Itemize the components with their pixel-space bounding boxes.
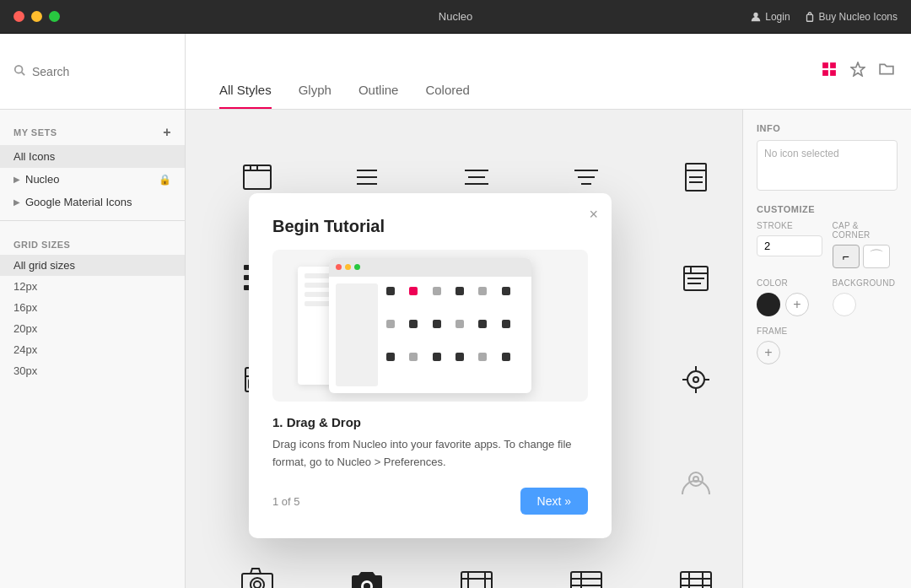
modal-step: 1. Drag & Drop [272,415,588,429]
right-panel: INFO No icon selected CUSTOMIZE STROKE C… [742,110,911,588]
arrow-icon: ▶ [13,175,20,184]
tutorial-modal: × Begin Tutorial [249,193,612,539]
modal-next-button[interactable]: Next » [520,488,588,515]
no-icon-text: No icon selected [764,148,839,159]
sidebar: MY SETS + All Icons ▶ Nucleo 🔒 ▶ Google … [0,110,186,588]
modal-illustration [272,250,588,402]
tabs-area: All Styles Glyph Outline Colored [186,34,805,109]
icon-cell[interactable] [641,127,742,228]
color-row: COLOR + BACKGROUND [757,278,898,316]
arrow-icon: ▶ [13,197,20,207]
cap-corner-label: CAP & CORNER [833,221,898,240]
grid-item-all[interactable]: All grid sizes [0,255,185,276]
sidebar-item-google-material[interactable]: ▶ Google Material Icons [0,191,185,213]
star-icon[interactable] [850,62,865,81]
icon-cell[interactable] [641,531,742,588]
info-box: No icon selected [757,140,898,191]
content: MY SETS + All Icons ▶ Nucleo 🔒 ▶ Google … [0,110,911,588]
customize-section: CUSTOMIZE STROKE CAP & CORNER ⌐ ⌒ [757,204,898,364]
grid-section: GRID SIZES All grid sizes 12px 16px 20px… [0,228,185,388]
background-label: BACKGROUND [833,278,898,288]
my-sets-label: MY SETS [13,127,57,138]
titlebar-actions: Login Buy Nucleo Icons [750,11,898,23]
grid-view-icon[interactable] [822,62,837,81]
ill-browser [329,258,531,393]
svg-point-2 [15,66,23,73]
maximize-button[interactable] [49,11,60,22]
sidebar-divider [0,220,185,221]
close-button[interactable] [13,11,24,22]
tab-glyph[interactable]: Glyph [299,83,332,109]
svg-rect-4 [822,62,828,68]
folder-icon[interactable] [879,62,894,81]
stroke-label: STROKE [757,221,822,230]
svg-point-55 [254,581,261,588]
svg-point-46 [693,377,698,382]
icon-cell[interactable] [641,228,742,329]
cap-square-button[interactable]: ⌐ [833,245,860,268]
icon-cell[interactable] [641,430,742,531]
cap-round-button[interactable]: ⌒ [863,245,890,268]
tab-all-styles[interactable]: All Styles [219,83,272,109]
icon-cell[interactable] [312,531,422,588]
svg-point-0 [754,12,758,16]
color-add-button[interactable]: + [785,293,809,316]
person-icon [750,11,762,23]
modal-description: Drag icons from Nucleo into your favorit… [272,436,588,472]
search-input[interactable] [32,65,167,78]
modal-counter: 1 of 5 [272,495,300,508]
icon-cell[interactable] [641,329,742,430]
tab-outline[interactable]: Outline [358,83,399,109]
icon-cell[interactable] [531,531,641,588]
search-icon [13,64,25,78]
info-title: INFO [757,123,898,133]
topbar-view-icons [805,34,911,109]
titlebar: Nucleo Login Buy Nucleo Icons [0,0,911,34]
grid-item-24px[interactable]: 24px [0,339,185,360]
color-swatch-white[interactable] [833,293,856,316]
grid-sizes-label: GRID SIZES [0,235,185,255]
login-action[interactable]: Login [750,11,790,23]
frame-section: FRAME + [757,326,898,364]
svg-rect-6 [822,70,828,76]
color-swatch-black[interactable] [757,293,780,316]
grid-item-30px[interactable]: 30px [0,360,185,381]
frame-label: FRAME [757,326,898,336]
main-icon-area: × Begin Tutorial [186,110,742,588]
svg-rect-58 [461,572,492,588]
svg-point-45 [687,371,704,388]
frame-add-button[interactable]: + [757,341,780,364]
info-section: INFO No icon selected [757,123,898,191]
modal-close-button[interactable]: × [589,207,598,222]
add-set-button[interactable]: + [163,125,171,140]
svg-rect-7 [830,70,836,76]
svg-point-51 [689,472,703,486]
svg-rect-1 [806,14,812,21]
color-label: COLOR [757,278,822,288]
app: All Styles Glyph Outline Colored MY SETS… [0,34,911,588]
minimize-button[interactable] [31,11,42,22]
lock-icon: 🔒 [159,174,171,186]
sidebar-item-nucleo[interactable]: ▶ Nucleo 🔒 [0,168,185,191]
modal-footer: 1 of 5 Next » [272,488,588,515]
svg-line-3 [22,73,25,76]
svg-rect-5 [830,62,836,68]
modal-title: Begin Tutorial [272,217,588,236]
grid-item-20px[interactable]: 20px [0,318,185,339]
icon-cell[interactable] [202,531,312,588]
grid-item-12px[interactable]: 12px [0,276,185,297]
grid-item-16px[interactable]: 16px [0,297,185,318]
stroke-input[interactable] [757,235,822,256]
svg-point-54 [251,578,264,588]
app-title: Nucleo [439,10,472,23]
bag-icon [804,11,816,23]
buy-action[interactable]: Buy Nucleo Icons [804,11,898,23]
drag-drop-illustration [272,250,588,402]
stroke-row: STROKE CAP & CORNER ⌐ ⌒ [757,221,898,268]
search-area [0,34,186,109]
window-controls [13,11,60,22]
my-sets-header: MY SETS + [0,120,185,145]
sidebar-item-all-icons[interactable]: All Icons [0,145,185,168]
tab-colored[interactable]: Colored [425,83,470,109]
icon-cell[interactable] [422,531,531,588]
